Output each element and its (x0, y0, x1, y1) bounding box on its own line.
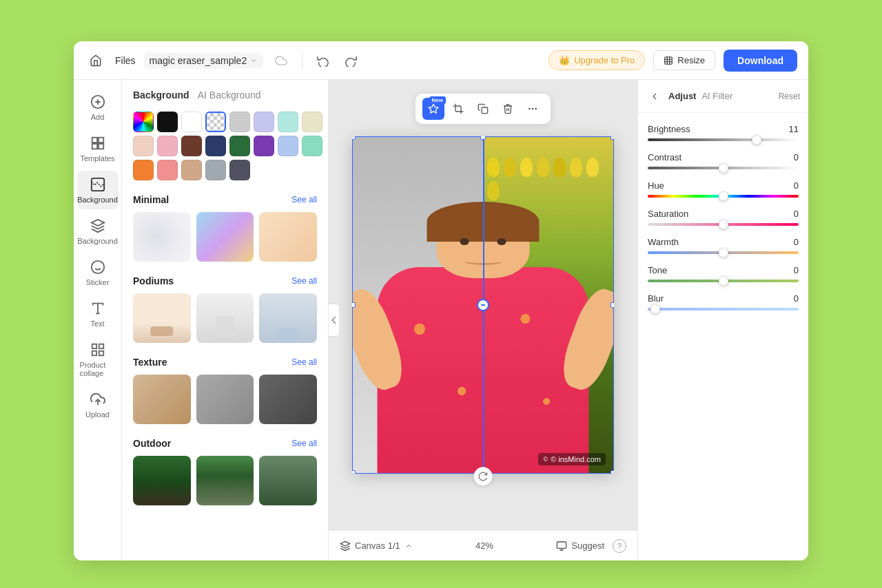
undo-button[interactable] (314, 51, 333, 70)
swatch-brown[interactable] (181, 136, 202, 156)
upgrade-button[interactable]: 👑 Upgrade to Pro (548, 50, 645, 70)
suggest-button[interactable]: Suggest (556, 540, 604, 552)
handle-br[interactable] (611, 470, 614, 474)
layers-button[interactable]: Canvas 1/1 (340, 540, 413, 552)
rotate-handle[interactable] (473, 467, 493, 486)
trash-icon (502, 103, 513, 114)
resize-button[interactable]: Resize (653, 50, 715, 70)
handle-bl[interactable] (352, 470, 356, 474)
sidebar-item-text[interactable]: Text (77, 295, 119, 333)
templates-icon (90, 135, 106, 151)
sidebar-item-templates[interactable]: Templates (77, 129, 119, 168)
swatch-silver[interactable] (205, 160, 226, 180)
handle-tl[interactable] (352, 136, 356, 140)
blur-slider[interactable] (648, 308, 799, 311)
reset-button[interactable]: Reset (779, 92, 800, 101)
swatch-orange[interactable] (133, 160, 154, 180)
canvas-footer: Canvas 1/1 42% Suggest ? (329, 530, 637, 560)
contrast-slider[interactable] (648, 167, 799, 169)
tab-ai-filter[interactable]: AI Filter (701, 91, 732, 101)
saturation-label: Saturation (648, 209, 688, 219)
swatch-teal[interactable] (302, 136, 322, 156)
saturation-slider[interactable] (648, 223, 799, 226)
minimal-thumb-3[interactable] (259, 212, 317, 262)
more-button[interactable] (522, 98, 544, 120)
swatch-mint[interactable] (278, 112, 298, 132)
svg-rect-15 (99, 344, 103, 348)
sidebar-item-sticker[interactable]: Sticker (77, 253, 119, 292)
sidebar-item-product-collage[interactable]: Product collage (77, 336, 119, 383)
swatch-navy[interactable] (205, 136, 226, 156)
swatch-white[interactable] (181, 112, 202, 132)
svg-rect-19 (482, 107, 488, 114)
crop-button[interactable] (447, 98, 469, 120)
sidebar-item-ai-background[interactable]: Background (77, 212, 119, 251)
outdoor-see-all[interactable]: See all (291, 439, 317, 448)
sidebar-item-background[interactable]: Background (77, 171, 119, 209)
panel-tab-background[interactable]: Background (133, 90, 189, 103)
swatch-salmon[interactable] (157, 160, 178, 180)
back-button[interactable] (646, 88, 663, 105)
divider-handle[interactable] (477, 299, 489, 311)
minimal-thumb-2[interactable] (196, 212, 254, 262)
swatch-gray1[interactable] (229, 112, 250, 132)
brightness-slider[interactable] (648, 138, 799, 141)
filename-button[interactable]: magic eraser_sample2 (144, 52, 264, 69)
swatch-cream[interactable] (302, 112, 322, 132)
warmth-row: Warmth 0 (638, 231, 808, 260)
svg-rect-5 (98, 138, 103, 143)
handle-tm[interactable] (480, 136, 486, 140)
swatch-charcoal[interactable] (229, 160, 250, 180)
outdoor-thumb-3[interactable] (259, 456, 317, 505)
handle-ml[interactable] (352, 302, 356, 308)
canvas-image[interactable]: © © insMind.com (352, 136, 614, 474)
sidebar-item-add[interactable]: Add (77, 88, 119, 127)
swatch-rainbow[interactable] (133, 112, 154, 132)
tab-adjust[interactable]: Adjust (668, 91, 696, 101)
outdoor-thumb-1[interactable] (133, 456, 191, 505)
texture-thumb-3[interactable] (259, 375, 317, 424)
brightness-row: Brightness 11 (638, 118, 808, 147)
handle-tr[interactable] (611, 136, 614, 140)
download-button[interactable]: Download (724, 50, 797, 72)
swatch-tan[interactable] (181, 160, 202, 180)
svg-rect-7 (98, 144, 103, 149)
minimal-see-all[interactable]: See all (291, 195, 317, 204)
sidebar-item-upload[interactable]: Upload (77, 386, 119, 424)
contrast-label: Contrast (648, 152, 681, 162)
color-grid (122, 109, 328, 189)
help-button[interactable]: ? (613, 539, 626, 553)
sidebar-item-label: Background (77, 237, 118, 245)
swatch-pink[interactable] (157, 136, 178, 156)
hue-slider[interactable] (648, 195, 799, 198)
podium-thumb-1[interactable] (133, 293, 191, 343)
warmth-slider[interactable] (648, 251, 799, 254)
panel-tab-ai-background[interactable]: AI Background (198, 90, 261, 103)
swatch-transparent[interactable] (205, 112, 226, 132)
collapse-panel-button[interactable] (329, 304, 340, 337)
blur-label: Blur (648, 293, 664, 304)
swatch-peach[interactable] (133, 136, 154, 156)
sticker-icon (90, 259, 106, 275)
texture-see-all[interactable]: See all (291, 357, 317, 367)
minimal-thumb-1[interactable] (133, 212, 191, 262)
podium-thumb-3[interactable] (259, 293, 317, 343)
duplicate-button[interactable] (472, 98, 494, 120)
swatch-lightblue[interactable] (278, 136, 298, 156)
delete-button[interactable] (497, 98, 519, 120)
swatch-black[interactable] (157, 112, 178, 132)
redo-button[interactable] (341, 51, 360, 70)
swatch-lavender[interactable] (254, 112, 274, 132)
tone-slider[interactable] (648, 280, 799, 282)
home-button[interactable] (85, 50, 107, 72)
podium-thumb-2[interactable] (196, 293, 254, 343)
handle-mr[interactable] (611, 302, 614, 308)
swatch-green-dark[interactable] (229, 136, 250, 156)
sidebar-item-label: Templates (80, 154, 114, 162)
texture-thumb-1[interactable] (133, 375, 191, 424)
outdoor-thumb-2[interactable] (196, 456, 254, 505)
swatch-purple[interactable] (254, 136, 274, 156)
texture-thumb-2[interactable] (196, 375, 254, 424)
files-link[interactable]: Files (115, 55, 136, 66)
podiums-see-all[interactable]: See all (291, 276, 317, 286)
